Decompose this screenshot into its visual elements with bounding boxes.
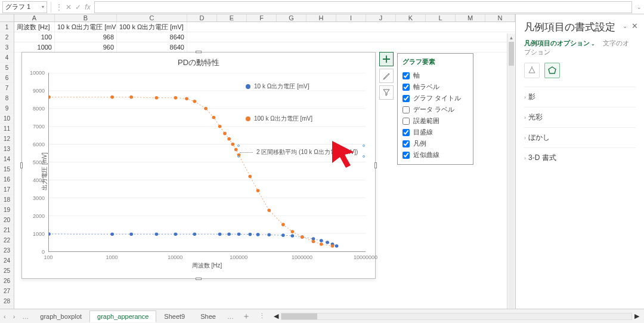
row-header[interactable]: 7	[0, 83, 14, 93]
chart-element-item[interactable]: 誤差範囲	[402, 115, 468, 127]
row-header[interactable]: 26	[0, 276, 14, 286]
row-header[interactable]: 9	[0, 103, 14, 113]
resize-handle[interactable]	[196, 278, 202, 280]
chart-element-item[interactable]: 目盛線	[402, 127, 468, 138]
resize-handle[interactable]	[374, 162, 377, 168]
chart-element-item[interactable]: 近似曲線	[402, 149, 468, 161]
row-header[interactable]: 10	[0, 113, 14, 124]
row-header[interactable]: 3	[0, 42, 14, 53]
scroll-thumb[interactable]	[509, 42, 514, 66]
close-icon[interactable]: ✕	[631, 21, 638, 30]
cell[interactable]: 968	[55, 32, 117, 42]
section-3d[interactable]: ›3-D 書式	[524, 147, 636, 168]
chart-element-item[interactable]: 軸ラベル	[402, 81, 468, 93]
row-header[interactable]: 23	[0, 245, 14, 256]
row-header[interactable]: 6	[0, 73, 14, 83]
col-header[interactable]: F	[247, 14, 277, 21]
scroll-thumb[interactable]	[281, 313, 317, 319]
scroll-up-icon[interactable]: ▲	[507, 33, 515, 42]
horizontal-scrollbar[interactable]: ◀ ▶	[269, 312, 644, 320]
col-header[interactable]: K	[396, 14, 426, 21]
row-header[interactable]: 1	[0, 22, 14, 32]
tab-prev-icon[interactable]: ‹	[0, 313, 10, 320]
col-header[interactable]: C	[117, 14, 187, 21]
legend-entry[interactable]: 100 k Ω出力電圧 [mV]	[246, 115, 312, 123]
tab-next-icon[interactable]: ›	[10, 313, 19, 320]
chart-element-item[interactable]: データ ラベル	[402, 104, 468, 115]
effects-icon[interactable]	[544, 63, 560, 78]
row-header[interactable]: 11	[0, 124, 14, 134]
row-header[interactable]: 4	[0, 53, 14, 63]
cell[interactable]: 960	[55, 42, 117, 52]
cell[interactable]: 周波数 [Hz]	[14, 22, 55, 32]
cancel-icon[interactable]: ✕	[64, 3, 73, 11]
col-header[interactable]: M	[456, 14, 485, 21]
row-header[interactable]: 19	[0, 205, 14, 215]
fill-outline-icon[interactable]	[524, 63, 540, 78]
chart-title[interactable]: PDの動特性	[22, 53, 375, 73]
section-blur[interactable]: ›ぼかし	[524, 127, 636, 147]
checkbox[interactable]	[402, 72, 410, 79]
checkbox[interactable]	[402, 152, 410, 159]
col-header[interactable]: B	[55, 14, 117, 21]
cell[interactable]: 8640	[117, 42, 187, 52]
row-header[interactable]: 25	[0, 266, 14, 276]
col-header[interactable]: H	[306, 14, 336, 21]
row-header[interactable]: 8	[0, 93, 14, 103]
checkbox[interactable]	[402, 140, 410, 147]
checkbox[interactable]	[402, 129, 410, 136]
row-header[interactable]: 22	[0, 235, 14, 245]
x-axis-label[interactable]: 周波数 [Hz]	[48, 262, 366, 270]
chevron-down-icon[interactable]: ⌄	[623, 23, 627, 29]
section-shadow[interactable]: ›影	[524, 87, 636, 107]
row-header[interactable]: 12	[0, 134, 14, 144]
scroll-right-icon[interactable]: ▶	[634, 312, 639, 320]
row-header[interactable]: 2	[0, 32, 14, 42]
checkbox[interactable]	[402, 118, 410, 125]
cell[interactable]: 8640	[117, 32, 187, 42]
formula-input[interactable]	[94, 1, 632, 13]
row-header[interactable]: 24	[0, 256, 14, 266]
confirm-icon[interactable]: ✓	[74, 3, 82, 11]
row-header[interactable]: 27	[0, 286, 14, 296]
chart-styles-button[interactable]	[379, 69, 394, 83]
col-header[interactable]: L	[426, 14, 456, 21]
row-header[interactable]: 21	[0, 225, 14, 235]
row-header[interactable]: 18	[0, 195, 14, 205]
cell[interactable]: 100	[14, 32, 55, 42]
row-header[interactable]: 17	[0, 184, 14, 195]
col-header[interactable]: I	[336, 14, 366, 21]
row-header[interactable]: 28	[0, 296, 14, 306]
name-box[interactable]: グラフ 1 ▾	[2, 1, 47, 13]
select-all-corner[interactable]	[0, 14, 14, 21]
row-header[interactable]: 16	[0, 174, 14, 184]
col-header[interactable]: N	[485, 14, 515, 21]
cell[interactable]: 100 k Ω出力電圧 [mV]	[117, 22, 187, 32]
sheet-tab[interactable]: graph_apperance	[89, 310, 156, 322]
col-header[interactable]: G	[277, 14, 306, 21]
chart-filters-button[interactable]	[379, 85, 394, 100]
sheet-tab[interactable]: Shee	[193, 310, 224, 322]
chart-element-item[interactable]: 軸	[402, 70, 468, 81]
chart-elements-button[interactable]	[379, 52, 394, 66]
legend-entry[interactable]: 10 k Ω出力電圧 [mV]	[246, 82, 309, 91]
resize-handle[interactable]	[20, 162, 23, 168]
col-header[interactable]: D	[187, 14, 217, 21]
chevron-down-icon[interactable]: ▾	[42, 4, 44, 10]
row-header[interactable]: 14	[0, 154, 14, 164]
scroll-down-icon[interactable]: ▼	[507, 308, 515, 309]
resize-handle[interactable]	[196, 51, 202, 53]
row-header[interactable]: 20	[0, 215, 14, 225]
legend-options-tab[interactable]: 凡例項目のオプション⌄	[524, 39, 595, 47]
plot-area[interactable]: 10 k Ω出力電圧 [mV] 100 k Ω出力電圧 [mV] 2 区間移動平…	[48, 73, 366, 252]
scroll-left-icon[interactable]: ◀	[274, 312, 278, 320]
add-sheet-button[interactable]: ＋	[237, 311, 255, 322]
more-icon[interactable]: ⋮	[55, 3, 63, 11]
checkbox[interactable]	[402, 106, 410, 113]
row-header[interactable]: 5	[0, 63, 14, 73]
vertical-scrollbar[interactable]: ▲ ▼	[507, 33, 515, 309]
fx-icon[interactable]: fx	[83, 3, 92, 11]
col-header[interactable]: E	[217, 14, 247, 21]
section-glow[interactable]: ›光彩	[524, 107, 636, 127]
row-header[interactable]: 13	[0, 144, 14, 154]
